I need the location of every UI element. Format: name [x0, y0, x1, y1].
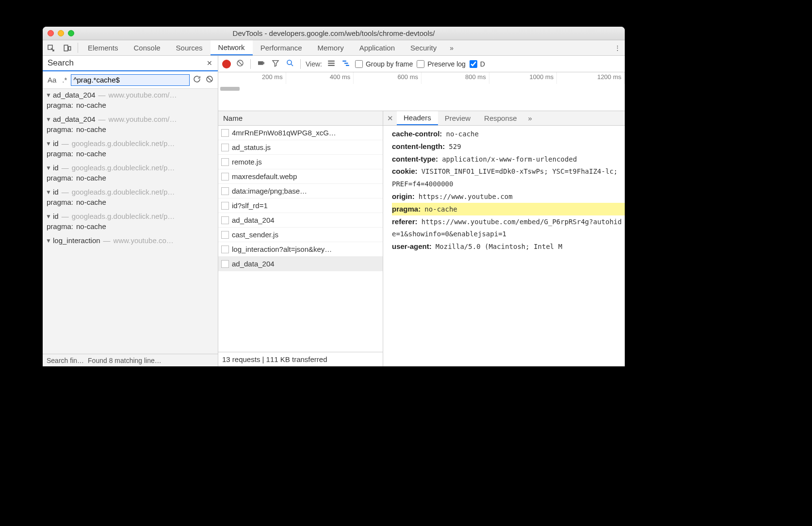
overview-timeline[interactable]: 200 ms400 ms600 ms800 ms1000 ms1200 ms — [218, 72, 625, 111]
request-list: Name 4mrRnEPnWo81qWPG8_xcG…ad_status.jsr… — [218, 111, 383, 366]
details-tab-response[interactable]: Response — [477, 111, 524, 125]
search-status-count: Found 8 matching line… — [88, 357, 162, 364]
svg-rect-8 — [328, 61, 335, 62]
header-row[interactable]: cache-control: no-cache — [392, 128, 625, 140]
request-row[interactable]: 4mrRnEPnWo81qWPG8_xcG… — [218, 126, 383, 140]
tab-memory[interactable]: Memory — [310, 40, 352, 55]
request-row[interactable]: id?slf_rd=1 — [218, 198, 383, 213]
more-tabs-chevron-icon[interactable]: » — [444, 40, 459, 55]
header-row[interactable]: cookie: VISITOR_INFO1_LIVE=dDk0-xTswPs; … — [392, 165, 625, 190]
result-match[interactable]: pragma:no-cache — [46, 196, 215, 206]
search-result-item[interactable]: ▼id—googleads.g.doubleclick.net/p…pragma… — [43, 162, 218, 186]
column-header-name[interactable]: Name — [218, 111, 383, 126]
screenshot-icon[interactable] — [256, 59, 266, 69]
request-row[interactable]: maxresdefault.webp — [218, 169, 383, 184]
tab-elements[interactable]: Elements — [80, 40, 126, 55]
svg-rect-10 — [328, 65, 335, 66]
expand-triangle-icon[interactable]: ▼ — [46, 92, 52, 99]
search-input[interactable] — [71, 74, 190, 86]
header-row[interactable]: content-type: application/x-www-form-url… — [392, 153, 625, 165]
expand-triangle-icon[interactable]: ▼ — [46, 189, 52, 196]
close-search-icon[interactable]: ✕ — [204, 59, 215, 67]
header-row[interactable]: user-agent: Mozilla/5.0 (Macintosh; Inte… — [392, 240, 625, 253]
disable-cache-checkbox[interactable]: D — [470, 60, 485, 68]
request-row[interactable]: ad_data_204 — [218, 213, 383, 228]
expand-triangle-icon[interactable]: ▼ — [46, 164, 52, 171]
timeline-tick: 1000 ms — [489, 72, 557, 84]
search-result-item[interactable]: ▼ad_data_204—www.youtube.com/…pragma:no-… — [43, 89, 218, 113]
record-button[interactable] — [222, 60, 231, 68]
preserve-log-checkbox[interactable]: Preserve log — [417, 60, 466, 68]
request-details: ✕ Headers Preview Response » cache-contr… — [383, 111, 625, 366]
regex-icon[interactable]: .* — [60, 76, 69, 84]
file-icon — [221, 129, 229, 137]
details-more-tabs-icon[interactable]: » — [524, 111, 536, 125]
match-case-icon[interactable]: Aa — [46, 76, 58, 84]
result-match[interactable]: pragma:no-cache — [46, 172, 215, 182]
details-tab-preview[interactable]: Preview — [438, 111, 477, 125]
header-key: cache-control: — [392, 130, 442, 138]
more-options-icon[interactable]: ⋮ — [610, 40, 625, 55]
minimize-window-button[interactable] — [58, 30, 64, 36]
header-row[interactable]: referer: https://www.youtube.com/embed/G… — [392, 215, 625, 241]
result-origin: www.youtube.com/… — [109, 91, 177, 99]
file-icon — [221, 260, 229, 268]
timeline-tick: 200 ms — [218, 72, 286, 84]
search-result-item[interactable]: ▼id—googleads.g.doubleclick.net/p…pragma… — [43, 210, 218, 234]
header-row[interactable]: pragma: no-cache — [392, 203, 625, 215]
tab-network[interactable]: Network — [211, 40, 253, 55]
search-label: Search — [48, 58, 204, 68]
request-row[interactable]: data:image/png;base… — [218, 184, 383, 198]
search-status-progress: Search fin… — [47, 357, 84, 364]
search-result-item[interactable]: ▼id—googleads.g.doubleclick.net/p…pragma… — [43, 137, 218, 162]
result-match[interactable]: pragma:no-cache — [46, 123, 215, 133]
expand-triangle-icon[interactable]: ▼ — [46, 213, 52, 220]
header-row[interactable]: origin: https://www.youtube.com — [392, 190, 625, 203]
filter-icon[interactable] — [270, 59, 281, 69]
search-result-item[interactable]: ▼ad_data_204—www.youtube.com/…pragma:no-… — [43, 113, 218, 137]
result-filename: ad_data_204 — [53, 115, 96, 123]
result-origin: googleads.g.doubleclick.net/p… — [72, 139, 175, 148]
result-match[interactable]: pragma:no-cache — [46, 99, 215, 109]
request-row[interactable]: log_interaction?alt=json&key… — [218, 242, 383, 257]
tab-security[interactable]: Security — [403, 40, 444, 55]
group-by-frame-checkbox[interactable]: Group by frame — [355, 60, 413, 68]
close-window-button[interactable] — [48, 30, 54, 36]
result-origin: www.youtube.com/… — [109, 115, 177, 123]
request-row[interactable]: ad_data_204 — [218, 257, 383, 271]
tab-sources[interactable]: Sources — [168, 40, 211, 55]
file-icon — [221, 144, 229, 151]
clear-search-icon[interactable] — [204, 75, 215, 85]
network-toolbar: View: Group by frame Preserve log D — [218, 56, 625, 72]
svg-rect-5 — [258, 61, 263, 65]
zoom-window-button[interactable] — [68, 30, 74, 36]
device-toolbar-icon[interactable] — [59, 40, 76, 55]
clear-icon[interactable] — [235, 59, 245, 69]
request-row[interactable]: cast_sender.js — [218, 228, 383, 242]
refresh-search-icon[interactable] — [192, 75, 202, 85]
result-match[interactable]: pragma:no-cache — [46, 148, 215, 158]
expand-triangle-icon[interactable]: ▼ — [46, 237, 52, 244]
result-filename: log_interaction — [53, 236, 100, 245]
tab-console[interactable]: Console — [126, 40, 168, 55]
search-icon[interactable] — [285, 59, 295, 69]
svg-point-7 — [287, 60, 292, 65]
request-row[interactable]: remote.js — [218, 155, 383, 169]
header-value: https://www.youtube.com/embed/G_P6rpRSr4… — [392, 218, 622, 238]
expand-triangle-icon[interactable]: ▼ — [46, 116, 52, 123]
expand-triangle-icon[interactable]: ▼ — [46, 140, 52, 147]
result-match[interactable]: pragma:no-cache — [46, 220, 215, 230]
search-result-item[interactable]: ▼id—googleads.g.doubleclick.net/p…pragma… — [43, 186, 218, 210]
tab-performance[interactable]: Performance — [253, 40, 310, 55]
waterfall-icon[interactable] — [341, 59, 351, 69]
tab-application[interactable]: Application — [352, 40, 403, 55]
search-result-item[interactable]: ▼log_interaction—www.youtube.co… — [43, 234, 218, 248]
header-value: Mozilla/5.0 (Macintosh; Intel M — [434, 243, 562, 250]
header-row[interactable]: content-length: 529 — [392, 140, 625, 153]
request-name: log_interaction?alt=json&key… — [232, 245, 332, 253]
details-tab-headers[interactable]: Headers — [397, 111, 438, 125]
large-rows-icon[interactable] — [326, 59, 337, 69]
request-row[interactable]: ad_status.js — [218, 140, 383, 155]
inspect-element-icon[interactable] — [43, 40, 59, 55]
close-details-icon[interactable]: ✕ — [383, 111, 397, 125]
